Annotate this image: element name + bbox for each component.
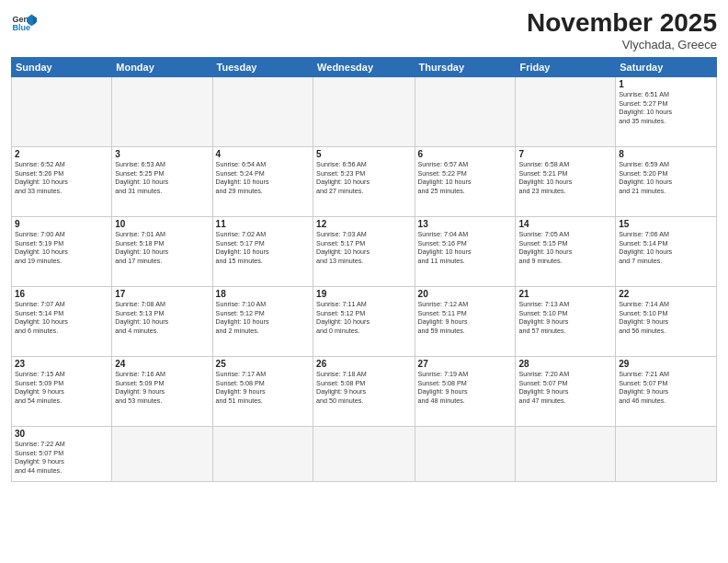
calendar-day-cell: 30Sunrise: 7:22 AM Sunset: 5:07 PM Dayli… [12,426,112,481]
calendar-day-cell: 13Sunrise: 7:04 AM Sunset: 5:16 PM Dayli… [415,216,516,286]
logo: General Blue [11,9,37,35]
calendar-week-row: 2Sunrise: 6:52 AM Sunset: 5:26 PM Daylig… [12,146,717,216]
calendar-day-cell: 9Sunrise: 7:00 AM Sunset: 5:19 PM Daylig… [12,216,112,286]
day-info: Sunrise: 6:56 AM Sunset: 5:23 PM Dayligh… [316,160,411,196]
day-info: Sunrise: 6:57 AM Sunset: 5:22 PM Dayligh… [418,160,513,196]
day-info: Sunrise: 6:54 AM Sunset: 5:24 PM Dayligh… [216,160,310,196]
day-info: Sunrise: 7:12 AM Sunset: 5:11 PM Dayligh… [418,300,513,336]
day-number: 10 [115,219,209,229]
day-number: 27 [418,359,513,369]
calendar-day-cell [112,76,212,146]
day-info: Sunrise: 7:22 AM Sunset: 5:07 PM Dayligh… [15,440,108,476]
calendar-day-cell: 16Sunrise: 7:07 AM Sunset: 5:14 PM Dayli… [12,286,112,356]
calendar-day-cell: 1Sunrise: 6:51 AM Sunset: 5:27 PM Daylig… [616,76,717,146]
calendar-day-cell: 22Sunrise: 7:14 AM Sunset: 5:10 PM Dayli… [616,286,717,356]
calendar-day-cell [313,76,415,146]
location-subtitle: Vlychada, Greece [527,38,717,52]
day-number: 13 [418,219,513,229]
day-info: Sunrise: 6:53 AM Sunset: 5:25 PM Dayligh… [115,160,209,196]
day-number: 8 [619,149,713,159]
day-info: Sunrise: 6:51 AM Sunset: 5:27 PM Dayligh… [619,90,713,126]
header: General Blue November 2025 Vlychada, Gre… [11,9,717,52]
day-info: Sunrise: 7:05 AM Sunset: 5:15 PM Dayligh… [518,230,612,266]
calendar-day-cell [212,76,313,146]
day-info: Sunrise: 7:15 AM Sunset: 5:09 PM Dayligh… [15,370,108,406]
page: General Blue November 2025 Vlychada, Gre… [0,0,728,563]
day-info: Sunrise: 7:04 AM Sunset: 5:16 PM Dayligh… [418,230,513,266]
title-block: November 2025 Vlychada, Greece [527,9,717,52]
calendar-week-row: 23Sunrise: 7:15 AM Sunset: 5:09 PM Dayli… [12,356,717,426]
calendar-day-cell: 6Sunrise: 6:57 AM Sunset: 5:22 PM Daylig… [415,146,516,216]
day-info: Sunrise: 6:58 AM Sunset: 5:21 PM Dayligh… [518,160,612,196]
weekday-header: Thursday [415,57,516,76]
day-info: Sunrise: 7:18 AM Sunset: 5:08 PM Dayligh… [316,370,411,406]
day-info: Sunrise: 7:17 AM Sunset: 5:08 PM Dayligh… [216,370,310,406]
day-info: Sunrise: 6:52 AM Sunset: 5:26 PM Dayligh… [15,160,108,196]
day-info: Sunrise: 7:03 AM Sunset: 5:17 PM Dayligh… [316,230,411,266]
day-info: Sunrise: 7:10 AM Sunset: 5:12 PM Dayligh… [216,300,310,336]
logo-icon: General Blue [11,9,37,35]
calendar-day-cell [415,76,516,146]
day-number: 19 [316,289,411,299]
day-number: 5 [316,149,411,159]
calendar-week-row: 1Sunrise: 6:51 AM Sunset: 5:27 PM Daylig… [12,76,717,146]
calendar-day-cell: 25Sunrise: 7:17 AM Sunset: 5:08 PM Dayli… [212,356,313,426]
day-info: Sunrise: 7:00 AM Sunset: 5:19 PM Dayligh… [15,230,108,266]
day-number: 4 [216,149,310,159]
day-number: 16 [15,289,108,299]
calendar-week-row: 16Sunrise: 7:07 AM Sunset: 5:14 PM Dayli… [12,286,717,356]
calendar-day-cell [313,426,415,481]
day-info: Sunrise: 6:59 AM Sunset: 5:20 PM Dayligh… [619,160,713,196]
calendar-day-cell: 10Sunrise: 7:01 AM Sunset: 5:18 PM Dayli… [112,216,212,286]
calendar-day-cell: 18Sunrise: 7:10 AM Sunset: 5:12 PM Dayli… [212,286,313,356]
calendar-day-cell: 23Sunrise: 7:15 AM Sunset: 5:09 PM Dayli… [12,356,112,426]
day-number: 30 [15,429,108,439]
calendar-day-cell: 20Sunrise: 7:12 AM Sunset: 5:11 PM Dayli… [415,286,516,356]
day-number: 6 [418,149,513,159]
calendar-day-cell: 8Sunrise: 6:59 AM Sunset: 5:20 PM Daylig… [616,146,717,216]
day-number: 1 [619,79,713,89]
calendar-day-cell: 24Sunrise: 7:16 AM Sunset: 5:09 PM Dayli… [112,356,212,426]
calendar-day-cell: 2Sunrise: 6:52 AM Sunset: 5:26 PM Daylig… [12,146,112,216]
day-number: 26 [316,359,411,369]
calendar-day-cell: 15Sunrise: 7:06 AM Sunset: 5:14 PM Dayli… [616,216,717,286]
day-number: 24 [115,359,209,369]
calendar-day-cell [616,426,717,481]
calendar-table: SundayMondayTuesdayWednesdayThursdayFrid… [11,57,717,482]
calendar-day-cell [516,76,616,146]
day-number: 9 [15,219,108,229]
day-number: 11 [216,219,310,229]
day-number: 25 [216,359,310,369]
calendar-day-cell: 21Sunrise: 7:13 AM Sunset: 5:10 PM Dayli… [516,286,616,356]
day-number: 29 [619,359,713,369]
day-info: Sunrise: 7:11 AM Sunset: 5:12 PM Dayligh… [316,300,411,336]
day-info: Sunrise: 7:01 AM Sunset: 5:18 PM Dayligh… [115,230,209,266]
day-info: Sunrise: 7:19 AM Sunset: 5:08 PM Dayligh… [418,370,513,406]
day-number: 2 [15,149,108,159]
calendar-day-cell: 4Sunrise: 6:54 AM Sunset: 5:24 PM Daylig… [212,146,313,216]
day-number: 17 [115,289,209,299]
day-info: Sunrise: 7:08 AM Sunset: 5:13 PM Dayligh… [115,300,209,336]
calendar-day-cell: 7Sunrise: 6:58 AM Sunset: 5:21 PM Daylig… [516,146,616,216]
calendar-day-cell [415,426,516,481]
month-title: November 2025 [527,9,717,38]
calendar-day-cell: 3Sunrise: 6:53 AM Sunset: 5:25 PM Daylig… [112,146,212,216]
calendar-day-cell: 17Sunrise: 7:08 AM Sunset: 5:13 PM Dayli… [112,286,212,356]
calendar-day-cell: 28Sunrise: 7:20 AM Sunset: 5:07 PM Dayli… [516,356,616,426]
day-number: 15 [619,219,713,229]
calendar-week-row: 9Sunrise: 7:00 AM Sunset: 5:19 PM Daylig… [12,216,717,286]
day-number: 23 [15,359,108,369]
calendar-day-cell [212,426,313,481]
day-info: Sunrise: 7:20 AM Sunset: 5:07 PM Dayligh… [518,370,612,406]
day-number: 20 [418,289,513,299]
day-number: 22 [619,289,713,299]
weekday-header: Wednesday [313,57,415,76]
weekday-header: Sunday [12,57,112,76]
svg-text:Blue: Blue [12,23,30,32]
day-info: Sunrise: 7:16 AM Sunset: 5:09 PM Dayligh… [115,370,209,406]
calendar-day-cell: 5Sunrise: 6:56 AM Sunset: 5:23 PM Daylig… [313,146,415,216]
weekday-header: Monday [112,57,212,76]
day-number: 7 [518,149,612,159]
day-number: 12 [316,219,411,229]
weekday-header: Friday [516,57,616,76]
